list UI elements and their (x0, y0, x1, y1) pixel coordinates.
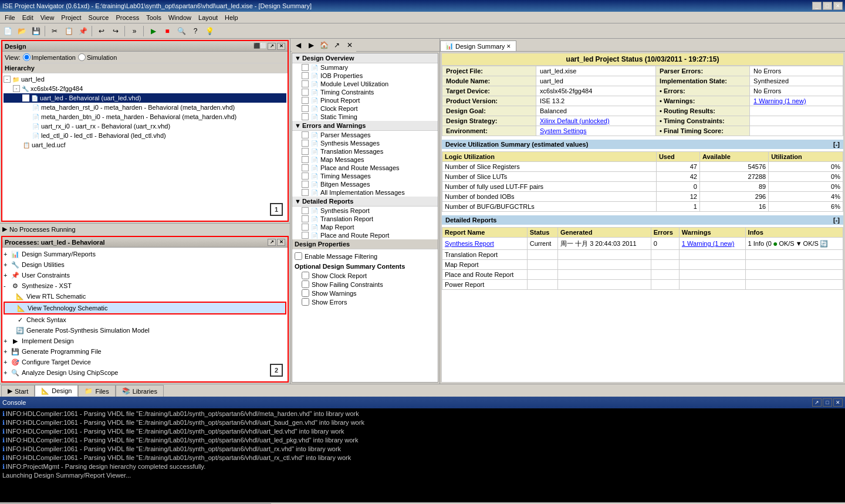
stop-btn[interactable]: ■ (161, 25, 174, 38)
cb-clock-rpt[interactable] (302, 272, 309, 279)
mid-par-msgs[interactable]: 📄 Place and Route Messages (292, 164, 438, 172)
tree-item-uart-led-beh[interactable]: - 📄 uart_led - Behavioral (uart_led.vhd) (4, 93, 286, 103)
proc-panel-close[interactable]: ✕ (277, 239, 285, 246)
tree-item-meta-rst[interactable]: 📄 meta_harden_rst_i0 - meta_harden - Beh… (4, 103, 286, 112)
detailed-reports-header[interactable]: ▼ Detailed Reports (292, 197, 438, 207)
cb-enable-filtering[interactable] (295, 252, 302, 260)
ds-tab-summary[interactable]: 📊 Design Summary ✕ (440, 40, 516, 51)
menu-source[interactable]: Source (85, 13, 113, 22)
open-btn[interactable]: 📂 (15, 25, 28, 38)
tab-start[interactable]: ▶ Start (1, 385, 35, 397)
tree-item-xc6slx[interactable]: - 🔧 xc6slx45t-2fgg484 (4, 84, 286, 93)
paste-btn[interactable]: 📌 (76, 25, 89, 38)
undo-btn[interactable]: ↩ (95, 25, 108, 38)
console-content[interactable]: ℹINFO:HDLCompiler:1061 - Parsing VHDL fi… (0, 408, 845, 502)
tree-item-uart-led[interactable]: - 📁 uart_led (4, 75, 286, 84)
close-btn[interactable]: ✕ (833, 2, 843, 10)
opt-clock[interactable]: Show Clock Report (295, 271, 435, 280)
impl-radio-label[interactable]: Implementation (23, 53, 76, 61)
menu-file[interactable]: File (1, 13, 19, 22)
mid-map-rpt[interactable]: 📄 Map Report (292, 223, 438, 231)
tab-libraries[interactable]: 📚 Libraries (116, 385, 164, 397)
design-panel-float[interactable]: ↗ (268, 43, 276, 50)
mid-home-btn[interactable]: 🏠 (317, 39, 330, 52)
tab-design[interactable]: 📐 Design (35, 385, 78, 397)
proc-gen-prog[interactable]: + 💾 Generate Programming File (4, 346, 286, 357)
bulb-btn[interactable]: 💡 (203, 25, 216, 38)
console-max[interactable]: □ (823, 398, 832, 407)
proc-synth-xst[interactable]: - ⚙ Synthesize - XST (4, 280, 286, 291)
mid-par-rpt[interactable]: 📄 Place and Route Report (292, 231, 438, 239)
copy-btn[interactable]: 📋 (62, 25, 75, 38)
menu-edit[interactable]: Edit (19, 13, 37, 22)
tree-item-ucf[interactable]: 📋 uart_led.ucf (4, 140, 286, 150)
expand-uart-led[interactable]: - (4, 76, 11, 83)
sim-radio[interactable] (78, 53, 86, 61)
tree-item-uart-rx[interactable]: 📄 uart_rx_i0 - uart_rx - Behavioral (uar… (4, 121, 286, 131)
menu-view[interactable]: View (37, 13, 58, 22)
mid-static-timing[interactable]: 📄 Static Timing (292, 113, 438, 121)
expand-uart-led-beh[interactable]: - (22, 94, 29, 102)
proc-config[interactable]: + 🎯 Configure Target Device (4, 357, 286, 367)
search-btn[interactable]: 🔍 (175, 25, 188, 38)
mid-all-msgs[interactable]: 📄 All Implementation Messages (292, 188, 438, 197)
proc-design-summary[interactable]: + 📊 Design Summary/Reports (4, 249, 286, 259)
errors-warnings-header[interactable]: ▼ Errors and Warnings (292, 121, 438, 131)
run-btn[interactable]: ▶ (147, 25, 160, 38)
mid-map-msgs[interactable]: 📄 Map Messages (292, 155, 438, 164)
proc-view-rtl[interactable]: 📐 View RTL Schematic (4, 291, 286, 302)
opt-warnings[interactable]: Show Warnings (295, 289, 435, 297)
tree-item-meta-btn[interactable]: 📄 meta_harden_btn_i0 - meta_harden - Beh… (4, 112, 286, 121)
menu-window[interactable]: Window (165, 13, 195, 22)
cb-errors-show[interactable] (302, 298, 309, 306)
mid-module-util[interactable]: 📄 Module Level Utilization (292, 80, 438, 88)
menu-layout[interactable]: Layout (195, 13, 221, 22)
det-collapse[interactable]: [-] (833, 217, 840, 224)
mid-trans-msgs[interactable]: 📄 Translation Messages (292, 147, 438, 155)
mid-trans-rpt[interactable]: 📄 Translation Report (292, 215, 438, 223)
proc-user-constraints[interactable]: + 📌 User Constraints (4, 270, 286, 280)
opt-failing[interactable]: Show Failing Constraints (295, 280, 435, 289)
ds-tab-close[interactable]: ✕ (506, 43, 511, 49)
tree-item-led-ctl[interactable]: 📄 led_ctl_i0 - led_ctl - Behavioral (led… (4, 131, 286, 140)
cb-warnings-show[interactable] (302, 289, 309, 297)
console-close[interactable]: ✕ (833, 398, 843, 407)
mid-parser-msgs[interactable]: 📄 Parser Messages (292, 131, 438, 139)
sim-radio-label[interactable]: Simulation (78, 53, 117, 61)
menu-process[interactable]: Process (112, 13, 143, 22)
mid-float-btn[interactable]: ↗ (330, 39, 343, 52)
mid-synth-rpt[interactable]: 📄 Synthesis Report (292, 207, 438, 215)
menu-help[interactable]: Help (221, 13, 242, 22)
opt-errors[interactable]: Show Errors (295, 297, 435, 306)
mid-close-btn[interactable]: ✕ (343, 39, 356, 52)
design-panel-close[interactable]: ✕ (277, 43, 285, 50)
cut-btn[interactable]: ✂ (48, 25, 61, 38)
mid-bitgen-msgs[interactable]: 📄 Bitgen Messages (292, 180, 438, 188)
tab-files[interactable]: 📁 Files (78, 385, 115, 397)
mid-clock[interactable]: 📄 Clock Report (292, 104, 438, 113)
proc-view-tech[interactable]: 📐 View Technology Schematic 3 (4, 302, 286, 314)
new-btn[interactable]: 📄 (1, 25, 14, 38)
proc-gen-sim[interactable]: 🔄 Generate Post-Synthesis Simulation Mod… (4, 325, 286, 336)
minimize-btn[interactable]: _ (812, 2, 822, 10)
mid-timing-msgs[interactable]: 📄 Timing Messages (292, 172, 438, 180)
mid-back-btn[interactable]: ◀ (292, 39, 305, 52)
util-collapse[interactable]: [-] (833, 141, 840, 148)
enable-filtering-check[interactable]: Enable Message Filtering (295, 252, 435, 261)
mid-fwd-btn[interactable]: ▶ (305, 39, 317, 52)
mid-synth-msgs[interactable]: 📄 Synthesis Messages (292, 139, 438, 147)
expand-xc6slx[interactable]: - (13, 85, 20, 92)
mid-pinout[interactable]: 📄 Pinout Report (292, 96, 438, 104)
impl-radio[interactable] (23, 53, 31, 61)
mid-timing-const[interactable]: 📄 Timing Constraints (292, 88, 438, 96)
menu-project[interactable]: Project (58, 13, 84, 22)
redo-btn[interactable]: ↪ (109, 25, 122, 38)
save-btn[interactable]: 💾 (29, 25, 42, 38)
proc-analyze[interactable]: + 🔍 Analyze Design Using ChipScope (4, 367, 286, 378)
help2-btn[interactable]: ? (189, 25, 202, 38)
cb-failing[interactable] (302, 280, 309, 288)
maximize-btn[interactable]: □ (823, 2, 832, 10)
mid-iob[interactable]: 📄 IOB Properties (292, 72, 438, 80)
more-btn[interactable]: » (128, 25, 141, 38)
proc-impl[interactable]: + ▶ Implement Design (4, 336, 286, 346)
